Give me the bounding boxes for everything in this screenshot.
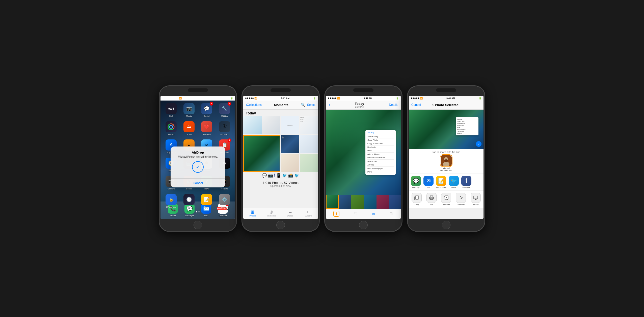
thumbnail-strip-3 bbox=[326, 195, 401, 209]
app-9to5[interactable]: 9to5 9to5 bbox=[164, 103, 179, 117]
select-button-2[interactable]: Select bbox=[307, 103, 315, 107]
phone-4-screen: 📶 9:41 AM 🔋 Cancel 1 Photo Selected AirD… bbox=[409, 96, 484, 219]
social-icons-row: 💬 📷 f 📱 🐦 📸 🐦 bbox=[243, 172, 318, 179]
app-withings[interactable]: ❤️ Withings bbox=[199, 121, 214, 135]
strip-thumb-6[interactable] bbox=[389, 195, 401, 209]
status-bar-4: 📶 9:41 AM 🔋 bbox=[409, 96, 484, 101]
strip-thumb-1[interactable] bbox=[326, 195, 339, 209]
strip-thumb-3[interactable] bbox=[351, 195, 364, 209]
app-darksky[interactable]: ⛈ Dark Sky bbox=[217, 121, 232, 135]
status-bar-3: 📶 9:41 AM 🔋 bbox=[326, 96, 401, 101]
time-2: 9:41 AM bbox=[281, 97, 289, 100]
home-button-3[interactable] bbox=[359, 221, 368, 229]
nav-back-3[interactable]: ‹ bbox=[329, 103, 330, 107]
share-app-twitter[interactable]: 🐦 Twitter bbox=[448, 176, 459, 188]
photo-thumb-5[interactable]: 1245.5 bbox=[281, 135, 299, 153]
search-button-2[interactable]: 🔍 bbox=[301, 103, 305, 107]
status-left-1: cricket 📶 bbox=[163, 97, 182, 100]
strip-thumb-5[interactable] bbox=[377, 195, 389, 209]
home-button-1[interactable] bbox=[194, 221, 202, 229]
filter-button-3[interactable]: ⊞ bbox=[372, 212, 375, 216]
status-bar-2: 📶 9:41 AM 🔋 bbox=[243, 96, 318, 101]
svg-marker-17 bbox=[460, 196, 463, 199]
app-settings[interactable]: ⚙️ Settings bbox=[217, 194, 232, 208]
app-media[interactable]: 📷 Media bbox=[181, 103, 197, 117]
photo-action-bar-3: ⬆ ♡ ⊞ 🗑 bbox=[326, 209, 401, 219]
nav-details-3[interactable]: Details bbox=[389, 103, 398, 107]
icon3: 🐦 bbox=[294, 173, 299, 178]
svg-rect-18 bbox=[474, 196, 478, 199]
photo-thumb-1[interactable] bbox=[243, 116, 262, 135]
photo-thumb-6[interactable] bbox=[300, 135, 318, 153]
tab-memories[interactable]: ◎ Memories bbox=[262, 209, 281, 217]
app-grid-row1: 9to5 9to5 📷 Media 💬 1 Social bbox=[160, 101, 235, 119]
share-action-duplicate[interactable]: Duplicate bbox=[439, 193, 453, 206]
strip-thumb-4[interactable] bbox=[364, 195, 377, 209]
wifi-2: 📶 bbox=[254, 97, 257, 100]
twitter-icon-2: 🐦 bbox=[282, 173, 287, 178]
photo-stats: 1,040 Photos, 57 Videos Updated Just Now bbox=[243, 179, 318, 189]
photo-thumb-4[interactable]: Share Notes Copy bbox=[300, 116, 318, 135]
nav-title-3: Today bbox=[355, 102, 364, 106]
app-clock[interactable]: 🕐 Clock bbox=[181, 194, 197, 208]
app-utilities[interactable]: 🔧 2 Utilities bbox=[217, 103, 232, 117]
share-action-slideshow[interactable]: Slideshow bbox=[454, 193, 468, 206]
share-action-print[interactable]: Print bbox=[424, 193, 438, 206]
photo-thumb-2[interactable] bbox=[262, 116, 281, 135]
airdrop-message: Michael Potuck is sharing 4 photos. bbox=[174, 155, 222, 158]
photo-thumb-7[interactable] bbox=[281, 154, 299, 172]
app-grid-row2: Activity ⛰ Strava ❤️ Withings ⛈ bbox=[160, 119, 235, 137]
svg-rect-12 bbox=[430, 198, 433, 200]
delete-button-3[interactable]: 🗑 bbox=[389, 211, 393, 216]
photo-thumb-large[interactable] bbox=[243, 135, 280, 172]
tab-photos[interactable]: ▦ Photos bbox=[243, 209, 262, 217]
app-activity[interactable]: Activity bbox=[164, 121, 179, 135]
share-app-mail[interactable]: ✉ Mail bbox=[423, 176, 434, 188]
share-preview-4: AirDrop Share Story Copy Photo Duplicate… bbox=[409, 110, 484, 149]
app-grid-row6: 🔒 1Password 🕐 Clock 📝 Notes bbox=[160, 192, 235, 210]
phones-container: cricket 📶 2:21 PM 🔋 bbox=[159, 85, 485, 232]
status-right-1: 🔋 bbox=[230, 97, 233, 100]
page-indicator bbox=[160, 211, 235, 212]
app-notes[interactable]: 📝 Notes bbox=[199, 194, 214, 208]
phone-2: 📶 9:41 AM 🔋 ‹ Collections Moments 🔍 Sele… bbox=[241, 85, 320, 232]
strip-thumb-2[interactable] bbox=[339, 195, 351, 209]
phone-3: 📶 9:41 AM 🔋 ‹ Today 2:18 PM Details bbox=[324, 85, 402, 232]
share-app-notes[interactable]: 📝 Add to Notes bbox=[436, 176, 447, 188]
airdrop-tap-text: Tap to share with AirDrop bbox=[411, 151, 481, 154]
time-3: 9:41 AM bbox=[364, 97, 372, 100]
share-app-message[interactable]: 💬 Message bbox=[410, 176, 421, 188]
facebook-icon-2: f bbox=[274, 173, 275, 178]
svg-point-7 bbox=[444, 159, 448, 162]
tab-albums[interactable]: □ Albums bbox=[299, 210, 318, 217]
battery-2: 🔋 bbox=[313, 97, 316, 100]
share-nav-4: Cancel 1 Photo Selected bbox=[409, 101, 484, 110]
app-strava[interactable]: ⛰ Strava bbox=[181, 121, 197, 135]
airdrop-section-4: Tap to share with AirDrop bbox=[409, 149, 484, 174]
home-button-4[interactable] bbox=[442, 221, 450, 229]
app-social[interactable]: 💬 1 Social bbox=[199, 103, 214, 117]
favorite-button-3[interactable]: ♡ bbox=[354, 211, 357, 216]
nav-bar-2: ‹ Collections Moments 🔍 Select bbox=[243, 101, 318, 110]
svg-point-2 bbox=[170, 125, 173, 128]
photo-thumb-3[interactable]: AirDrop bbox=[281, 116, 299, 135]
home-button-2[interactable] bbox=[276, 221, 285, 229]
icon2: 📸 bbox=[288, 173, 293, 178]
share-action-airplay[interactable]: AirPlay bbox=[469, 193, 482, 206]
nav-title-2: Moments bbox=[274, 103, 288, 107]
airdrop-cancel-button[interactable]: Cancel bbox=[171, 179, 225, 187]
share-app-facebook[interactable]: f Facebook bbox=[461, 176, 472, 188]
airdrop-person[interactable]: Michael MacBook Pro bbox=[411, 155, 481, 172]
share-button-3[interactable]: ⬆ bbox=[333, 211, 339, 217]
tab-shared[interactable]: ☁ Shared bbox=[281, 209, 299, 217]
detail-popup-3: AirDrop Share Story Copy Photo Copy iClo… bbox=[365, 130, 396, 175]
carrier-1: cricket bbox=[163, 97, 169, 99]
section-title-2: Today bbox=[246, 111, 256, 115]
photo-count: 1,040 Photos, 57 Videos bbox=[246, 181, 315, 185]
cancel-button-4[interactable]: Cancel bbox=[411, 103, 421, 107]
nav-back-2[interactable]: ‹ Collections bbox=[246, 103, 262, 107]
app-1password[interactable]: 🔒 1Password bbox=[164, 194, 179, 208]
photo-thumb-8[interactable] bbox=[300, 154, 318, 172]
wifi-icon-1: 📶 bbox=[179, 97, 182, 100]
share-action-copy[interactable]: Copy bbox=[410, 193, 423, 206]
